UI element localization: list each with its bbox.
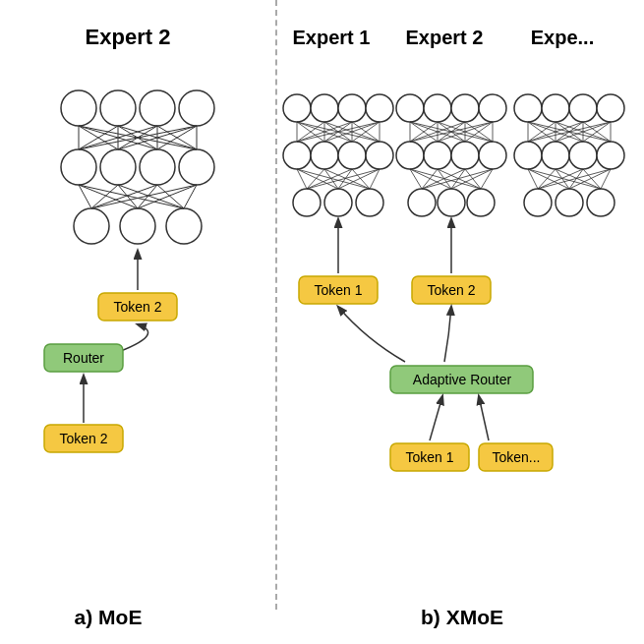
svg-point-91 [451,142,479,169]
svg-point-132 [524,189,552,216]
left-token-top: Token 2 [113,299,161,315]
svg-line-27 [79,185,91,208]
svg-point-86 [424,94,451,122]
svg-line-38 [184,185,197,208]
svg-line-122 [465,169,481,189]
svg-line-83 [352,169,370,189]
svg-point-93 [408,189,436,216]
svg-point-51 [311,142,338,169]
svg-line-74 [307,169,324,189]
right-token2-bottom: Token... [492,449,540,465]
svg-point-126 [569,94,597,122]
right-diagram: Expert 1 Expert 2 Expe... [277,0,644,644]
svg-point-52 [338,142,366,169]
svg-point-0 [61,90,96,126]
svg-point-124 [514,94,542,122]
svg-line-162 [601,169,611,189]
svg-point-94 [438,189,465,216]
svg-point-5 [100,149,136,185]
svg-point-50 [283,142,311,169]
svg-point-56 [356,189,383,216]
right-token1-top: Token 1 [314,282,362,298]
svg-point-134 [587,189,615,216]
svg-point-87 [451,94,479,122]
svg-line-84 [370,169,380,189]
panel-divider [275,0,277,610]
svg-point-49 [366,94,393,122]
svg-point-125 [542,94,569,122]
right-router-label: Adaptive Router [413,372,512,387]
svg-point-55 [324,189,352,216]
left-router-label: Router [63,350,104,366]
svg-point-90 [424,142,451,169]
svg-point-4 [61,149,96,185]
svg-point-46 [283,94,311,122]
svg-point-9 [120,208,155,244]
left-token-bottom: Token 2 [59,431,107,446]
svg-point-88 [479,94,506,122]
svg-point-95 [467,189,495,216]
right-token1-bottom: Token 1 [405,449,453,465]
svg-point-127 [597,94,624,122]
right-expert1-label: Expert 1 [293,27,371,48]
svg-point-89 [396,142,424,169]
svg-point-48 [338,94,366,122]
svg-point-3 [179,90,214,126]
svg-line-169 [479,396,489,440]
left-bottom-label: a) MoE [75,606,143,628]
svg-line-151 [528,169,538,189]
right-token2-top: Token 2 [427,282,475,298]
svg-line-168 [430,396,442,440]
svg-point-131 [597,142,624,169]
svg-point-128 [514,142,542,169]
svg-point-130 [569,142,597,169]
svg-point-53 [366,142,393,169]
svg-point-85 [396,94,424,122]
svg-point-1 [100,90,136,126]
svg-point-133 [556,189,583,216]
svg-line-73 [297,169,307,189]
svg-point-10 [166,208,202,244]
right-expert2-label: Expert 2 [406,27,484,48]
svg-point-7 [179,149,214,185]
right-bottom-label: b) XMoE [421,606,503,628]
svg-point-6 [140,149,175,185]
svg-point-54 [293,189,321,216]
svg-point-8 [74,208,109,244]
svg-line-113 [422,169,438,189]
svg-point-2 [140,90,175,126]
right-expert3-label: Expe... [531,27,594,48]
svg-point-129 [542,142,569,169]
svg-line-152 [538,169,556,189]
svg-point-47 [311,94,338,122]
svg-point-92 [479,142,506,169]
left-diagram: Expert 2 [0,0,275,644]
left-expert-label: Expert 2 [86,25,171,49]
right-panel: Expert 1 Expert 2 Expe... [277,0,644,644]
svg-line-161 [583,169,601,189]
left-panel: Expert 2 [0,0,275,644]
